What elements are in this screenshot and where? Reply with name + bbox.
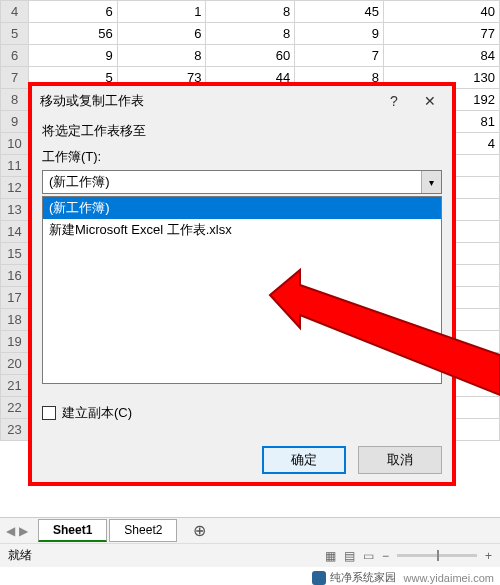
workbook-combobox[interactable]: (新工作簿) ▾ — [42, 170, 442, 194]
dialog-close-button[interactable]: ✕ — [412, 93, 448, 109]
view-layout-icon[interactable]: ▤ — [344, 549, 355, 563]
zoom-control[interactable]: ▦ ▤ ▭ − + — [325, 549, 492, 563]
ok-button[interactable]: 确定 — [262, 446, 346, 474]
row-header[interactable]: 5 — [1, 23, 29, 45]
row-header[interactable]: 17 — [1, 287, 29, 309]
add-sheet-button[interactable]: ⊕ — [179, 518, 220, 543]
watermark-brand: 纯净系统家园 — [330, 570, 396, 585]
tab-nav-prev-icon[interactable]: ◀ — [6, 524, 15, 538]
row-header[interactable]: 12 — [1, 177, 29, 199]
row-header[interactable]: 11 — [1, 155, 29, 177]
cell[interactable]: 60 — [206, 45, 295, 67]
cell[interactable]: 9 — [295, 23, 384, 45]
row-header[interactable]: 14 — [1, 221, 29, 243]
watermark: 纯净系统家园 www.yidaimei.com — [312, 570, 494, 585]
row-header[interactable]: 6 — [1, 45, 29, 67]
cell[interactable]: 1 — [117, 1, 206, 23]
row-header[interactable]: 9 — [1, 111, 29, 133]
cell[interactable]: 7 — [295, 45, 384, 67]
row-header[interactable]: 20 — [1, 353, 29, 375]
watermark-logo-icon — [312, 571, 326, 585]
sheet-tab-bar: ◀ ▶ Sheet1Sheet2 ⊕ — [0, 517, 500, 543]
row-header[interactable]: 15 — [1, 243, 29, 265]
dialog-titlebar[interactable]: 移动或复制工作表 ? ✕ — [32, 86, 452, 116]
view-break-icon[interactable]: ▭ — [363, 549, 374, 563]
cell[interactable]: 40 — [383, 1, 499, 23]
workbook-listbox[interactable]: (新工作簿)新建Microsoft Excel 工作表.xlsx — [42, 196, 442, 384]
row-header[interactable]: 8 — [1, 89, 29, 111]
cell[interactable]: 8 — [206, 1, 295, 23]
zoom-minus-button[interactable]: − — [382, 549, 389, 563]
combobox-value: (新工作簿) — [43, 173, 421, 191]
cell[interactable]: 6 — [29, 1, 118, 23]
row-header[interactable]: 18 — [1, 309, 29, 331]
list-item[interactable]: (新工作簿) — [43, 197, 441, 219]
cell[interactable]: 8 — [117, 45, 206, 67]
row-header[interactable]: 16 — [1, 265, 29, 287]
create-copy-checkbox[interactable] — [42, 406, 56, 420]
create-copy-label: 建立副本(C) — [62, 404, 132, 422]
row-header[interactable]: 21 — [1, 375, 29, 397]
zoom-plus-button[interactable]: + — [485, 549, 492, 563]
dialog-highlight-border: 移动或复制工作表 ? ✕ 将选定工作表移至 工作簿(T): (新工作簿) ▾ (… — [28, 82, 456, 486]
tab-nav-next-icon[interactable]: ▶ — [19, 524, 28, 538]
row-header[interactable]: 23 — [1, 419, 29, 441]
create-copy-row[interactable]: 建立副本(C) — [42, 404, 442, 422]
cell[interactable]: 77 — [383, 23, 499, 45]
row-header[interactable]: 22 — [1, 397, 29, 419]
status-ready: 就绪 — [8, 547, 32, 564]
tab-nav-group: ◀ ▶ — [6, 524, 28, 538]
list-item[interactable]: 新建Microsoft Excel 工作表.xlsx — [43, 219, 441, 241]
row-header[interactable]: 10 — [1, 133, 29, 155]
row-header[interactable]: 4 — [1, 1, 29, 23]
status-bar: 就绪 ▦ ▤ ▭ − + — [0, 543, 500, 567]
dialog-help-button[interactable]: ? — [376, 93, 412, 109]
cell[interactable]: 8 — [206, 23, 295, 45]
move-to-label: 将选定工作表移至 — [42, 122, 442, 140]
dialog-title-text: 移动或复制工作表 — [40, 92, 376, 110]
move-copy-dialog: 移动或复制工作表 ? ✕ 将选定工作表移至 工作簿(T): (新工作簿) ▾ (… — [32, 86, 452, 482]
cell[interactable]: 6 — [117, 23, 206, 45]
cancel-button[interactable]: 取消 — [358, 446, 442, 474]
cell[interactable]: 45 — [295, 1, 384, 23]
view-normal-icon[interactable]: ▦ — [325, 549, 336, 563]
workbook-label: 工作簿(T): — [42, 148, 442, 166]
sheet-tab[interactable]: Sheet2 — [109, 519, 177, 542]
cell[interactable]: 56 — [29, 23, 118, 45]
chevron-down-icon[interactable]: ▾ — [421, 171, 441, 193]
row-header[interactable]: 7 — [1, 67, 29, 89]
cell[interactable]: 9 — [29, 45, 118, 67]
watermark-url: www.yidaimei.com — [404, 572, 494, 584]
row-header[interactable]: 19 — [1, 331, 29, 353]
row-header[interactable]: 13 — [1, 199, 29, 221]
zoom-slider[interactable] — [397, 554, 477, 557]
cell[interactable]: 84 — [383, 45, 499, 67]
sheet-tab[interactable]: Sheet1 — [38, 519, 107, 542]
